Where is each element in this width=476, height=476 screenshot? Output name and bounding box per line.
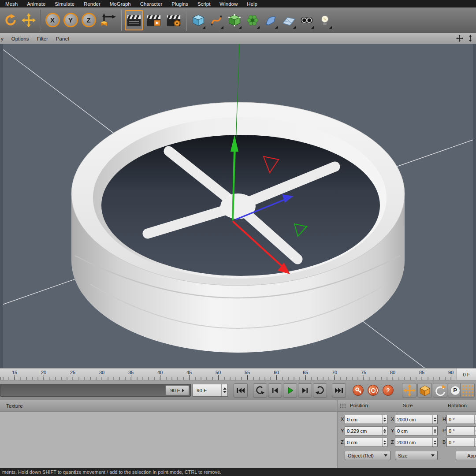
go-to-end-button[interactable] xyxy=(332,383,346,398)
move-icon xyxy=(21,13,36,28)
add-floor-button[interactable] xyxy=(280,10,297,30)
size-x-input[interactable] xyxy=(395,415,432,424)
move-tool-button[interactable] xyxy=(20,10,37,30)
add-light-button[interactable] xyxy=(316,10,333,30)
menu-item-simulate[interactable]: Simulate xyxy=(55,1,74,7)
panel-grip-icon[interactable] xyxy=(340,403,346,409)
spinner-arrows[interactable] xyxy=(474,415,476,424)
render-settings-icon xyxy=(165,12,182,29)
viewport-menu-filter[interactable]: Filter xyxy=(37,36,48,41)
size-y-input[interactable] xyxy=(395,427,432,435)
size-z-input[interactable] xyxy=(395,438,432,446)
size-mode-dropdown[interactable]: Size xyxy=(395,451,438,460)
object-mode-dropdown[interactable]: Object (Rel) xyxy=(345,451,390,460)
rotation-h-input[interactable] xyxy=(447,415,474,424)
spinner-arrows[interactable] xyxy=(432,427,437,435)
main-toolbar: X Y Z xyxy=(0,7,476,33)
menu-item-script[interactable]: Script xyxy=(197,1,210,7)
position-record-lock-button[interactable] xyxy=(402,383,416,398)
dropdown-caret-icon xyxy=(431,454,435,457)
record-keyframe-button[interactable] xyxy=(353,385,364,396)
rotate-tool-button[interactable] xyxy=(2,10,19,30)
help-button[interactable]: ? xyxy=(383,385,394,396)
cinema4d-window: Mesh Animate Simulate Render MoGraph Cha… xyxy=(0,0,476,476)
autokey-button[interactable] xyxy=(368,385,379,396)
frame-spinner-input[interactable] xyxy=(193,384,221,396)
go-to-start-button[interactable] xyxy=(234,383,248,398)
position-y-input[interactable] xyxy=(345,427,382,435)
size-y-label: Y xyxy=(391,428,394,433)
menu-item-plugins[interactable]: Plugins xyxy=(171,1,188,7)
previous-key-button[interactable] xyxy=(253,383,267,398)
add-camera-button[interactable] xyxy=(298,10,315,30)
ruler-label: 50 xyxy=(216,370,221,375)
move-view-icon[interactable] xyxy=(467,35,474,42)
spinner-arrows[interactable] xyxy=(432,415,437,424)
next-key-icon xyxy=(315,385,325,396)
rotation-b-input[interactable] xyxy=(447,438,474,446)
y-axis-lock-button[interactable]: Y xyxy=(62,10,79,30)
next-key-button[interactable] xyxy=(313,383,327,398)
spinner-arrows[interactable] xyxy=(382,415,387,424)
viewport-menu-options[interactable]: Options xyxy=(11,36,29,41)
menu-item-render[interactable]: Render xyxy=(84,1,100,7)
position-x-input[interactable] xyxy=(345,415,382,424)
menu-item-help[interactable]: Help xyxy=(247,1,257,7)
dot-grid-icon xyxy=(461,384,474,397)
pan-view-icon[interactable] xyxy=(456,35,463,42)
render-view-button[interactable] xyxy=(125,10,143,30)
render-to-picture-viewer-button[interactable] xyxy=(145,10,163,30)
menu-item-character[interactable]: Character xyxy=(140,1,163,7)
position-z-input[interactable] xyxy=(345,438,382,446)
add-spline-button[interactable] xyxy=(208,10,225,30)
timeline-slider-handle[interactable]: 90 F xyxy=(165,385,189,395)
spinner-arrows[interactable] xyxy=(474,438,476,446)
next-frame-button[interactable] xyxy=(298,383,312,398)
menu-item-window[interactable]: Window xyxy=(219,1,238,7)
menu-item-mesh[interactable]: Mesh xyxy=(5,1,18,7)
play-button[interactable] xyxy=(283,383,297,398)
viewport-menu-panel[interactable]: Panel xyxy=(56,36,69,41)
add-array-button[interactable] xyxy=(244,10,261,30)
apply-button[interactable]: Apply xyxy=(456,451,476,460)
rotation-p-input[interactable] xyxy=(447,427,474,435)
add-deformer-button[interactable] xyxy=(262,10,279,30)
position-x-label: X xyxy=(341,416,344,422)
spinner-arrows[interactable] xyxy=(432,438,437,446)
rotation-record-lock-button[interactable] xyxy=(433,383,447,398)
previous-key-icon xyxy=(255,385,265,396)
timeline-range-slider[interactable]: 90 F xyxy=(0,384,191,397)
coordinate-system-button[interactable] xyxy=(98,10,118,30)
rotation-p-label: P xyxy=(443,428,446,433)
render-settings-button[interactable] xyxy=(164,10,183,30)
ruler-label: 65 xyxy=(303,370,308,375)
add-cube-button[interactable] xyxy=(190,10,207,30)
z-axis-lock-button[interactable]: Z xyxy=(80,10,97,30)
current-frame-box[interactable]: 0 F xyxy=(457,368,476,380)
viewport-right-edge xyxy=(473,44,476,368)
viewport-menu-bar: y Options Filter Panel xyxy=(0,33,476,44)
play-icon xyxy=(285,385,295,396)
menu-item-mograph[interactable]: MoGraph xyxy=(110,1,131,7)
frame-spinner-arrows[interactable] xyxy=(221,384,227,396)
size-y-field xyxy=(395,426,438,435)
viewport-menu-clipped-item[interactable]: y xyxy=(1,36,4,41)
point-level-animation-button[interactable] xyxy=(460,383,475,398)
add-generator-button[interactable] xyxy=(226,10,243,30)
scale-record-lock-button[interactable] xyxy=(417,383,432,398)
spinner-arrows[interactable] xyxy=(382,438,387,446)
status-bar: ments. Hold down SHIFT to quantize movem… xyxy=(0,468,476,476)
menu-item-animate[interactable]: Animate xyxy=(27,1,45,7)
ruler-label: 55 xyxy=(245,370,250,375)
slider-handle-arrow-icon xyxy=(182,389,184,392)
ring-object[interactable] xyxy=(71,102,405,353)
apply-button-label: Apply xyxy=(467,453,476,458)
spinner-arrows[interactable] xyxy=(474,427,476,435)
viewport-3d[interactable] xyxy=(0,44,476,368)
rotation-p-field xyxy=(446,426,476,435)
timeline-ruler[interactable]: 15 20 25 30 35 40 45 50 55 60 65 70 75 8… xyxy=(0,368,476,380)
spinner-arrows[interactable] xyxy=(382,427,387,435)
key-icon xyxy=(354,386,363,395)
previous-frame-button[interactable] xyxy=(268,383,282,398)
x-axis-lock-button[interactable]: X xyxy=(44,10,61,30)
